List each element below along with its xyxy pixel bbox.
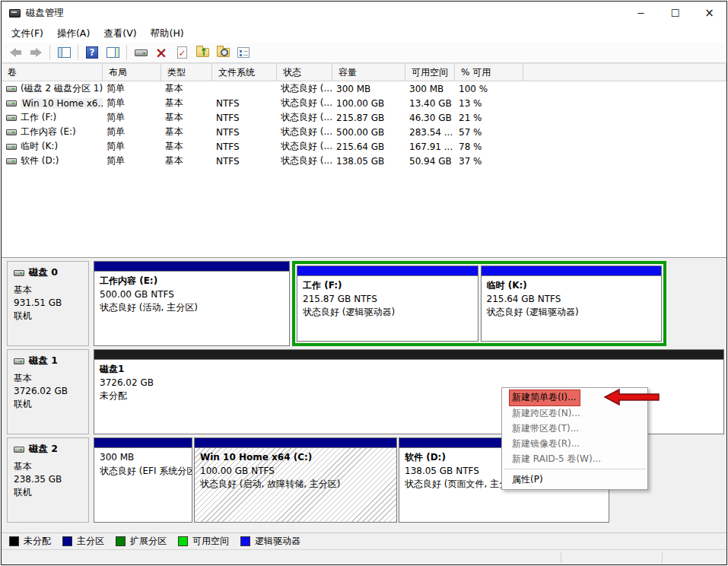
partition-status: 状态良好 (活动, 主分区)	[100, 301, 284, 315]
cell-free: 50.94 GB	[405, 154, 455, 168]
cell-filesystem: NTFS	[212, 139, 277, 154]
legend-swatch	[240, 536, 250, 546]
table-row[interactable]: 工作内容 (E:) 简单 基本 NTFS 状态良好 (... 500.00 GB…	[2, 125, 726, 139]
column-header-capacity[interactable]: 容量	[332, 64, 405, 81]
volume-table-header: 卷 布局 类型 文件系统 状态 容量 可用空间 % 可用	[2, 64, 726, 81]
cell-volume: 软件 (D:)	[21, 154, 59, 167]
back-icon[interactable]	[6, 44, 24, 61]
partition-f[interactable]: 工作 (F:) 215.87 GB NTFS 状态良好 (逻辑驱动器)	[297, 266, 478, 342]
partition-k[interactable]: 临时 (K:) 215.64 GB NTFS 状态良好 (逻辑驱动器)	[481, 266, 663, 342]
disk-icon	[6, 158, 17, 164]
cell-status: 状态良好 (...	[277, 154, 332, 168]
partition-size: 100.00 GB NTFS	[200, 465, 391, 479]
extended-partition-container: 工作 (F:) 215.87 GB NTFS 状态良好 (逻辑驱动器) 临时 (…	[292, 261, 666, 346]
cell-layout: 简单	[103, 110, 161, 125]
table-row[interactable]: (磁盘 2 磁盘分区 1) 简单 基本 状态良好 (... 300 MB 300…	[2, 81, 726, 96]
folder-up-icon[interactable]	[193, 44, 211, 61]
disk-1-label: 磁盘 1	[29, 355, 58, 367]
action-pane-icon[interactable]	[103, 44, 122, 61]
cell-type: 基本	[161, 81, 212, 96]
legend-swatch	[178, 536, 188, 546]
menu-bar: 文件(F) 操作(A) 查看(V) 帮助(H)	[2, 24, 726, 43]
cell-free: 167.91 ...	[405, 139, 455, 154]
check-document-icon[interactable]	[173, 44, 191, 61]
minimize-button[interactable]: ─	[624, 2, 658, 24]
disk-properties-icon[interactable]	[132, 44, 150, 61]
cell-volume: 临时 (K:)	[21, 140, 58, 153]
disk-icon	[6, 144, 17, 150]
cell-filesystem: NTFS	[212, 154, 277, 168]
disk-0-row: 磁盘 0 基本 931.51 GB 联机 工作内容 (E:) 500.00 GB…	[7, 261, 726, 346]
partition-efi[interactable]: 300 MB 状态良好 (EFI 系统分区)	[94, 437, 192, 523]
cell-pct-free: 78 %	[455, 139, 523, 154]
column-header-layout[interactable]: 布局	[103, 64, 161, 81]
legend-free-space: 可用空间	[178, 535, 229, 548]
legend-label: 主分区	[77, 535, 104, 548]
disk-2-status: 联机	[14, 486, 88, 499]
disk-0-size: 931.51 GB	[14, 297, 88, 310]
partition-name: 磁盘1	[100, 363, 718, 377]
legend-label: 未分配	[24, 535, 51, 548]
legend-primary-partition: 主分区	[62, 535, 104, 548]
table-row[interactable]: 临时 (K:) 简单 基本 NTFS 状态良好 (... 215.64 GB 1…	[2, 139, 726, 154]
menu-help[interactable]: 帮助(H)	[144, 25, 191, 43]
folder-search-icon[interactable]	[214, 44, 232, 61]
partition-c-selected[interactable]: Win 10 Home x64 (C:) 100.00 GB NTFS 状态良好…	[194, 437, 397, 523]
status-divider	[662, 552, 663, 563]
partition-size: 215.64 GB NTFS	[487, 293, 656, 307]
close-button[interactable]: ×	[692, 2, 726, 24]
partition-name: Win 10 Home x64 (C:)	[200, 451, 391, 465]
table-row[interactable]: Win 10 Home x6... 简单 基本 NTFS 状态良好 (... 1…	[2, 96, 726, 110]
disk-1-panel[interactable]: 磁盘 1 基本 3726.02 GB 联机	[7, 349, 89, 434]
disk-2-panel[interactable]: 磁盘 2 基本 238.35 GB 联机	[7, 437, 89, 523]
cell-status: 状态良好 (...	[277, 125, 332, 139]
delete-icon[interactable]: ×	[152, 44, 170, 61]
column-header-type[interactable]: 类型	[161, 64, 212, 81]
disk-icon	[14, 358, 24, 364]
column-header-filesystem[interactable]: 文件系统	[212, 64, 277, 81]
column-header-status[interactable]: 状态	[277, 64, 332, 81]
help-icon[interactable]: ?	[83, 44, 101, 61]
menu-item-new-striped-volume: 新建带区卷(T)...	[502, 421, 647, 436]
menu-item-new-raid5-volume: 新建 RAID-5 卷(W)...	[502, 451, 647, 466]
cell-free: 283.54 ...	[405, 125, 455, 139]
table-row[interactable]: 软件 (D:) 简单 基本 NTFS 状态良好 (... 138.05 GB 5…	[2, 154, 726, 168]
cell-type: 基本	[161, 139, 212, 154]
menu-item-new-spanned-volume: 新建跨区卷(N)...	[502, 405, 647, 421]
toolbar-separator	[49, 45, 50, 60]
red-annotation-arrow-icon	[604, 388, 660, 406]
legend-unallocated: 未分配	[9, 535, 51, 548]
task-list-icon[interactable]	[234, 44, 253, 61]
table-row[interactable]: 工作 (F:) 简单 基本 NTFS 状态良好 (... 215.87 GB 4…	[2, 110, 726, 125]
partition-e[interactable]: 工作内容 (E:) 500.00 GB NTFS 状态良好 (活动, 主分区)	[94, 261, 290, 346]
disk-2-label: 磁盘 2	[29, 443, 58, 456]
cell-volume: Win 10 Home x6...	[21, 98, 103, 109]
legend-bar: 未分配 主分区 扩展分区 可用空间 逻辑驱动器	[2, 533, 726, 549]
disk-icon	[14, 447, 24, 453]
window-title: 磁盘管理	[26, 7, 64, 20]
column-header-free[interactable]: 可用空间	[405, 64, 455, 81]
cell-layout: 简单	[103, 139, 161, 154]
partition-status: 状态良好 (逻辑驱动器)	[487, 306, 656, 320]
logical-drive-bar	[297, 266, 478, 276]
column-header-volume[interactable]: 卷	[2, 64, 103, 81]
menu-separator	[504, 469, 646, 469]
menu-action[interactable]: 操作(A)	[50, 25, 97, 43]
forward-icon[interactable]	[27, 44, 45, 61]
console-tree-icon[interactable]	[55, 44, 73, 61]
menu-file[interactable]: 文件(F)	[5, 25, 50, 43]
legend-swatch	[62, 536, 72, 546]
disk-0-panel[interactable]: 磁盘 0 基本 931.51 GB 联机	[7, 261, 89, 346]
cell-pct-free: 100 %	[455, 81, 523, 96]
menu-view[interactable]: 查看(V)	[97, 25, 143, 43]
cell-layout: 简单	[103, 96, 161, 110]
disk-icon	[14, 270, 24, 276]
maximize-button[interactable]: ☐	[658, 2, 692, 24]
legend-swatch	[116, 536, 126, 546]
legend-label: 可用空间	[192, 535, 229, 548]
menu-item-properties[interactable]: 属性(P)	[502, 472, 647, 487]
column-header-pct-free[interactable]: % 可用	[455, 64, 523, 81]
disk-management-window: 磁盘管理 ─ ☐ × 文件(F) 操作(A) 查看(V) 帮助(H) ? × 卷	[1, 1, 727, 565]
cell-pct-free: 57 %	[455, 125, 523, 139]
cell-capacity: 500.00 GB	[332, 125, 405, 139]
